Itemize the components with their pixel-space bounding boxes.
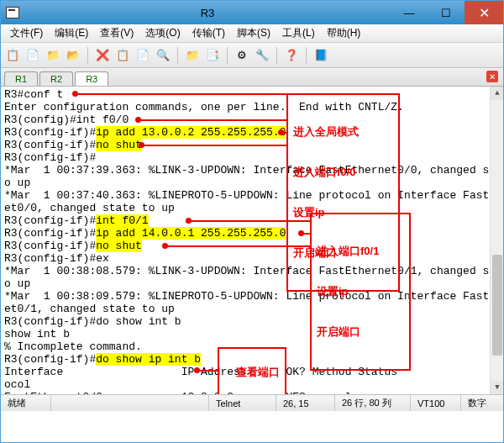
scroll-up-icon[interactable]: ▲ [491, 87, 503, 100]
close-button[interactable]: ✕ [465, 1, 503, 24]
annotation-arrow [139, 119, 286, 121]
tab-r3[interactable]: R3 [75, 71, 108, 86]
terminal-line: R3(config-if)#ip add 14.0.0.1 255.255.25… [4, 227, 500, 240]
tool-icon-13[interactable]: ❓ [283, 47, 300, 64]
titlebar: R3 — ☐ ✕ [1, 1, 503, 24]
tool-icon-11[interactable]: ⚙ [234, 47, 250, 64]
menubar: 文件(F) 编辑(E) 查看(V) 选项(O) 传输(T) 脚本(S) 工具(L… [1, 24, 503, 43]
minimize-button[interactable]: — [391, 1, 428, 24]
terminal-line: show int b [4, 328, 500, 340]
tool-icon-3[interactable]: 📁 [45, 47, 61, 64]
window-controls: — ☐ ✕ [391, 1, 503, 24]
tool-icon-2[interactable]: 📄 [24, 47, 41, 64]
annotation-arrow [189, 220, 310, 222]
annotation-line: 开启端口 [317, 325, 404, 339]
status-spacer [51, 395, 209, 411]
maximize-button[interactable]: ☐ [428, 1, 465, 24]
highlighted-command: no shut [96, 240, 142, 252]
scroll-thumb[interactable] [492, 255, 502, 356]
toolbar-separator [87, 47, 88, 64]
toolbar-separator [276, 47, 277, 64]
terminal-line: *Mar 1 00:38:09.579: %LINEPROTO-5-UPDOWN… [4, 290, 500, 303]
menu-options[interactable]: 选项(O) [139, 24, 186, 42]
menu-script[interactable]: 脚本(S) [231, 24, 276, 42]
tabbar: R1 R2 R3 ✕ [1, 68, 503, 87]
tool-icon-14[interactable]: 📘 [312, 47, 329, 64]
statusbar: 就绪 Telnet 26, 15 26 行, 80 列 VT100 数字 [1, 394, 503, 411]
toolbar-separator [177, 47, 178, 64]
terminal-line: R3(config-if)#ex [4, 252, 500, 265]
terminal-line: R3(config-if)#ip add 13.0.0.2 255.255.25… [4, 126, 500, 139]
toolbar-separator [306, 47, 307, 64]
tool-icon-4[interactable]: 📂 [65, 47, 81, 64]
terminal-line: *Mar 1 00:38:08.579: %LINK-3-UPDOWN: Int… [4, 265, 500, 277]
tool-icon-5[interactable]: ❌ [94, 47, 111, 64]
status-size: 26 行, 80 列 [335, 395, 411, 411]
annotation-line: 进入端口f0/1 [317, 245, 404, 258]
terminal-line: o up [4, 177, 500, 189]
annotation-box-3: 查看端口 [218, 347, 286, 394]
window-title: R3 [24, 7, 391, 19]
annotation-text: 查看端口 [236, 366, 280, 378]
menu-view[interactable]: 查看(V) [94, 24, 139, 42]
menu-tools[interactable]: 工具(L) [276, 24, 321, 42]
tool-icon-10[interactable]: 📑 [204, 47, 221, 64]
highlighted-command: no shut [96, 139, 142, 151]
toolbar: 📋 📄 📁 📂 ❌ 📋 📄 🔍 📁 📑 ⚙ 🔧 ❓ 📘 [1, 43, 503, 68]
annotation-line: 设置ip [317, 285, 404, 298]
annotation-arrow [165, 245, 310, 247]
tool-icon-12[interactable]: 🔧 [254, 47, 270, 64]
tool-icon-9[interactable]: 📁 [184, 47, 201, 64]
toolbar-separator [227, 47, 228, 64]
highlighted-command: ip add 13.0.0.2 255.255.255.0 [96, 126, 286, 139]
terminal-line: et0/0, changed state to up [4, 202, 500, 214]
tool-icon-1[interactable]: 📋 [4, 47, 21, 64]
annotation-line: 进入全局模式 [293, 125, 393, 139]
annotation-line: 进入端口f0/0 [293, 166, 393, 179]
annotation-arrow [281, 132, 286, 134]
terminal[interactable]: R3#conf tEnter configuration commands, o… [1, 87, 503, 394]
terminal-line: R3(config-if)# [4, 151, 500, 164]
status-ready: 就绪 [1, 395, 51, 411]
terminal-line: et0/1, changed state to up [4, 303, 500, 315]
tool-icon-7[interactable]: 📄 [134, 47, 151, 64]
terminal-line: R3(config-if)#do show int b [4, 315, 500, 328]
scrollbar[interactable]: ▲ ▼ [490, 87, 503, 394]
status-term: VT100 [411, 395, 461, 411]
annotation-arrow [302, 233, 310, 235]
tab-close-icon[interactable]: ✕ [486, 71, 498, 82]
app-icon [6, 7, 19, 18]
annotation-arrow [197, 370, 218, 372]
status-position: 26, 15 [276, 395, 335, 411]
menu-file[interactable]: 文件(F) [4, 24, 49, 42]
annotation-arrow [76, 93, 286, 95]
annotation-arrow [142, 145, 286, 146]
annotation-box-2: 进入端口f0/1 设置ip 开启端口 [310, 213, 411, 371]
tool-icon-6[interactable]: 📋 [114, 47, 131, 64]
highlighted-command: ip add 14.0.0.1 255.255.255.0 [96, 227, 286, 240]
terminal-line: *Mar 1 00:37:40.363: %LINEPROTO-5-UPDOWN… [4, 189, 500, 202]
highlighted-command: int f0/1 [96, 214, 148, 227]
scroll-down-icon[interactable]: ▼ [491, 381, 503, 394]
menu-help[interactable]: 帮助(H) [321, 24, 367, 42]
tool-icon-8[interactable]: 🔍 [155, 47, 171, 64]
tab-r1[interactable]: R1 [4, 71, 38, 86]
menu-transfer[interactable]: 传输(T) [186, 24, 231, 42]
tab-r2[interactable]: R2 [39, 71, 73, 86]
terminal-line: o up [4, 277, 500, 290]
terminal-line: Enter configuration commands, one per li… [4, 101, 500, 113]
highlighted-command: do show ip int b [96, 353, 201, 366]
menu-edit[interactable]: 编辑(E) [49, 24, 94, 42]
status-num: 数字 [461, 395, 503, 411]
status-protocol: Telnet [209, 395, 276, 411]
terminal-line: *Mar 1 00:37:39.363: %LINK-3-UPDOWN: Int… [4, 164, 500, 177]
